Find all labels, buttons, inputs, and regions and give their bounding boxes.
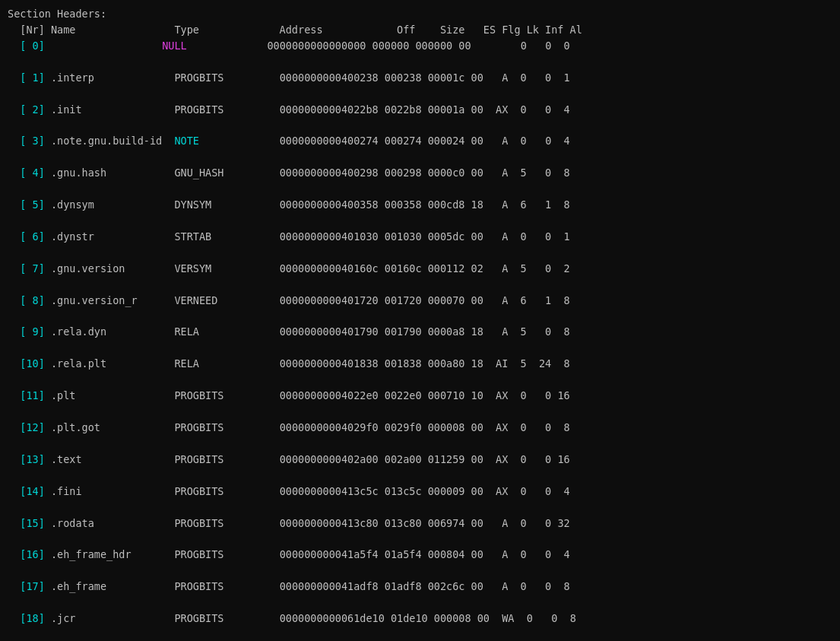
row-8: [ 8] .gnu.version_r VERNEED 000000000040… bbox=[8, 293, 832, 309]
row-3: [ 3] .note.gnu.build-id NOTE 00000000004… bbox=[8, 133, 832, 149]
row-4: [ 4] .gnu.hash GNU_HASH 0000000000400298… bbox=[8, 165, 832, 181]
row-13: [13] .text PROGBITS 0000000000402a00 002… bbox=[8, 452, 832, 468]
row-14: [14] .fini PROGBITS 0000000000413c5c 013… bbox=[8, 484, 832, 500]
row-9: [ 9] .rela.dyn RELA 0000000000401790 001… bbox=[8, 324, 832, 340]
row-17: [17] .eh_frame PROGBITS 000000000041adf8… bbox=[8, 579, 832, 595]
row-2: [ 2] .init PROGBITS 00000000004022b8 002… bbox=[8, 102, 832, 118]
terminal-output: Section Headers: [Nr] Name Type Address … bbox=[8, 6, 832, 641]
row-11: [11] .plt PROGBITS 00000000004022e0 0022… bbox=[8, 388, 832, 404]
row-18: [18] .jcr PROGBITS 0000000000061de10 01d… bbox=[8, 611, 832, 627]
row-12: [12] .plt.got PROGBITS 00000000004029f0 … bbox=[8, 420, 832, 436]
row-1: [ 1] .interp PROGBITS 0000000000400238 0… bbox=[8, 70, 832, 86]
row-5: [ 5] .dynsym DYNSYM 0000000000400358 000… bbox=[8, 197, 832, 213]
row-6: [ 6] .dynstr STRTAB 0000000000401030 001… bbox=[8, 229, 832, 245]
row-0: [ 0] NULL 0000000000000000 000000 000000… bbox=[8, 38, 832, 54]
row-16: [16] .eh_frame_hdr PROGBITS 000000000041… bbox=[8, 547, 832, 563]
row-7: [ 7] .gnu.version VERSYM 000000000040160… bbox=[8, 261, 832, 277]
row-15: [15] .rodata PROGBITS 0000000000413c80 0… bbox=[8, 516, 832, 532]
row-10: [10] .rela.plt RELA 0000000000401838 001… bbox=[8, 356, 832, 372]
section-headers-title: Section Headers: bbox=[8, 8, 106, 20]
column-headers: [Nr] Name Type Address Off Size ES Flg L… bbox=[8, 24, 582, 36]
